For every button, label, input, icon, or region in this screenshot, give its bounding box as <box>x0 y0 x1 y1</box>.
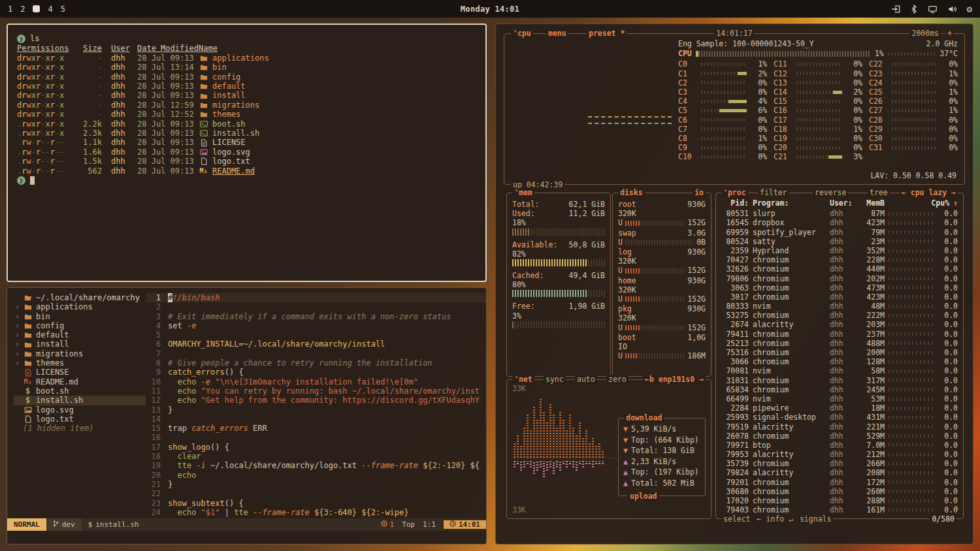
tree-item[interactable]: $boot.sh <box>14 386 146 396</box>
settings-icon[interactable]: ⚙ <box>967 5 972 14</box>
text-icon <box>199 157 208 165</box>
process-row[interactable]: 79806chromiumdhh202M0.0 <box>721 274 958 283</box>
process-row[interactable]: 80333nvimdhh48M0.0 <box>721 302 958 311</box>
tree-root[interactable]: ~/.local/share/omarchy <box>14 293 146 302</box>
tree-item[interactable]: logo.txt <box>14 415 146 424</box>
file-name: bin <box>199 63 476 72</box>
process-list-header[interactable]: Pid: Program: User: MemB Cpu% ↑ <box>721 198 958 208</box>
workspace-button[interactable]: 2 <box>20 5 25 14</box>
process-row[interactable]: 80524sattydhh23M0.0 <box>721 237 958 246</box>
ls-row: drwxr-xr-x-dhh28 Jul 09:13applications <box>17 54 476 63</box>
open-folder-icon <box>23 294 33 302</box>
process-row[interactable]: 79519alacrittydhh221M0.0 <box>721 422 958 432</box>
mem-box-title[interactable]: 'mem <box>512 188 534 197</box>
tree-item[interactable]: ›migrations <box>14 349 146 358</box>
tree-item[interactable]: ›config <box>14 321 146 330</box>
process-row[interactable]: 65834chromiumdhh245M0.0 <box>721 385 958 394</box>
tree-item[interactable]: ›default <box>14 330 146 339</box>
proc-filter-button[interactable]: filter <box>758 188 789 197</box>
process-row[interactable]: 80531slurpdhh87M0.0 <box>721 209 958 218</box>
process-row[interactable]: 79411chromiumdhh237M0.0 <box>721 330 958 339</box>
proc-reverse-toggle[interactable]: reverse <box>813 188 848 197</box>
process-row[interactable]: 3066chromiumdhh128M0.0 <box>721 357 958 366</box>
process-row[interactable]: 79201chromiumdhh172M0.0 <box>721 478 958 487</box>
editor-window[interactable]: ~/.local/share/omarchy›applications›bin›… <box>7 287 487 544</box>
proc-footer-action[interactable]: select <box>723 514 751 524</box>
folder-icon <box>199 92 208 100</box>
workspace-active-indicator[interactable] <box>33 5 40 12</box>
mem-meter <box>512 321 605 328</box>
process-row[interactable]: 30680chromiumdhh260M0.0 <box>721 487 958 496</box>
system-monitor-window[interactable]: 'cpu menu preset * 14:01:17 2000ms + Eng… <box>495 24 973 544</box>
tree-item[interactable]: ›bin <box>14 312 146 321</box>
line-number: 10 <box>146 377 168 386</box>
tree-item[interactable]: ›install <box>14 339 146 349</box>
proc-sort-nav[interactable]: ← cpu lazy → <box>900 188 958 197</box>
proc-tree-toggle[interactable]: tree <box>868 188 890 197</box>
workspace-button[interactable]: 4 <box>48 5 52 14</box>
update-interval[interactable]: 2000ms <box>909 29 941 38</box>
net-auto-toggle[interactable]: auto <box>575 375 597 384</box>
process-row[interactable]: 70081nvimdhh58M0.0 <box>721 366 958 375</box>
process-row[interactable]: 3017chromiumdhh423M0.0 <box>721 292 958 302</box>
terminal-window-ls[interactable]: ❯ ls PermissionsSizeUserDate ModifiedNam… <box>7 24 487 282</box>
tree-item[interactable]: ›themes <box>14 358 146 368</box>
menu-button[interactable]: menu <box>546 29 568 38</box>
disks-box-title[interactable]: disks <box>618 188 645 197</box>
process-row[interactable]: 16545dropboxdhh423M0.0 <box>721 218 958 227</box>
code-editor[interactable]: 1#!/bin/bash2 3# Exit immediately if a c… <box>146 288 486 518</box>
process-row[interactable]: 25213chromiumdhh488M0.0 <box>721 339 958 348</box>
proc-footer-action[interactable]: ← info ↵ <box>757 514 793 524</box>
process-row[interactable]: 70427chromiumdhh228M0.0 <box>721 255 958 264</box>
proc-box-title[interactable]: 'proc <box>721 188 748 197</box>
tree-item[interactable]: logo.svg <box>14 405 146 415</box>
statusline-clock: 14:01 <box>444 520 486 529</box>
process-row[interactable]: 79971btopdhh7.0M0.0 <box>721 441 958 450</box>
process-row[interactable]: 35739chromiumdhh266M0.0 <box>721 459 958 468</box>
scroll-down-icon[interactable]: ↓ <box>955 503 959 512</box>
cpu-core-row: C110% <box>774 59 862 69</box>
process-row[interactable]: 17020chromiumdhh288M0.0 <box>721 496 958 505</box>
code-line: 9catch_errors() { <box>146 368 486 377</box>
cpu-box-title[interactable]: 'cpu <box>511 29 533 38</box>
interval-increase-button[interactable]: + <box>945 29 954 38</box>
code-line: 4set -e <box>146 321 486 330</box>
workspace-button[interactable]: 5 <box>61 5 65 14</box>
tree-item[interactable]: LICENSE <box>14 368 146 377</box>
mem-total: Total:62,1 GiB <box>512 200 605 209</box>
network-icon[interactable] <box>928 5 938 14</box>
process-row[interactable]: 32626chromiumdhh440M0.0 <box>721 264 958 274</box>
proc-footer-action[interactable]: signals <box>800 514 831 524</box>
net-zero-toggle[interactable]: zero <box>606 375 629 384</box>
tree-item[interactable]: M↓README.md <box>14 377 146 386</box>
process-row[interactable]: 69959spotify_playerdhh79M0.0 <box>721 228 958 237</box>
volume-icon[interactable] <box>947 5 957 14</box>
process-row[interactable]: 2359Hyprlanddhh352M0.0 <box>721 246 958 255</box>
process-row[interactable]: 75316chromiumdhh200M0.0 <box>721 348 958 357</box>
cpu-model: Eng Sample: 100-000001243-50_Y <box>678 39 814 48</box>
preset-button[interactable]: preset * <box>587 29 627 38</box>
process-row[interactable]: 79953alacrittydhh212M0.0 <box>721 450 958 459</box>
process-row[interactable]: 2674alacrittydhh203M0.0 <box>721 320 958 329</box>
tree-item[interactable]: $install.sh <box>14 396 146 405</box>
process-row[interactable]: 25993signal-desktopdhh431M0.0 <box>721 413 958 422</box>
process-row[interactable]: 3063chromiumdhh473M0.0 <box>721 283 958 292</box>
process-row[interactable]: 2284pipewiredhh18M0.0 <box>721 403 958 413</box>
process-row[interactable]: 31031chromiumdhh317M0.0 <box>721 376 958 385</box>
shell-prompt-current[interactable]: ❯ <box>17 176 476 185</box>
bluetooth-icon[interactable] <box>910 5 918 14</box>
net-box-title[interactable]: 'net <box>512 375 534 384</box>
shell-prompt[interactable]: ❯ ls <box>17 34 476 43</box>
process-row[interactable]: 26078chromiumdhh529M0.0 <box>721 432 958 441</box>
process-row[interactable]: 79824alacrittydhh208M0.0 <box>721 468 958 477</box>
license-icon <box>23 369 33 377</box>
net-sync-toggle[interactable]: sync <box>544 375 566 384</box>
logout-icon[interactable] <box>891 5 900 14</box>
io-toggle[interactable]: io <box>693 188 706 197</box>
process-row[interactable]: 66499nvimdhh53M0.0 <box>721 394 958 403</box>
workspace-button[interactable]: 1 <box>8 5 12 14</box>
tree-item[interactable]: ›applications <box>14 302 146 311</box>
process-row[interactable]: 79403chromiumdhh161M0.0 <box>721 505 958 514</box>
net-interface[interactable]: ←b enp191s0 → <box>643 375 706 384</box>
process-row[interactable]: 53275chromiumdhh222M0.0 <box>721 311 958 320</box>
